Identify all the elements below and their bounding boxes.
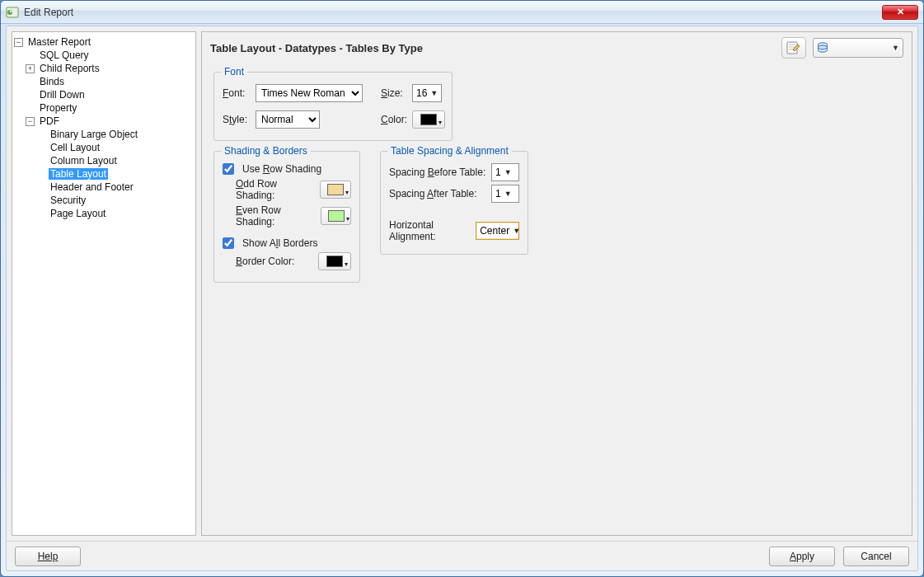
tree-item-binds[interactable]: Binds — [14, 75, 194, 88]
spacing-before-select[interactable]: 1 ▼ — [491, 163, 519, 181]
border-color-label: Border Color: — [236, 256, 294, 267]
spacing-after-select[interactable]: 1 ▼ — [491, 185, 519, 203]
tree-item-sql-query[interactable]: SQL Query — [14, 49, 194, 62]
edit-sheet-button[interactable] — [781, 37, 806, 59]
help-button[interactable]: Help — [15, 547, 81, 566]
chevron-down-icon: ▾ — [345, 189, 349, 196]
cancel-button[interactable]: Cancel — [843, 547, 909, 566]
chevron-down-icon: ▾ — [346, 215, 349, 223]
style-label: Style: — [223, 114, 251, 125]
tree-item-cell-layout[interactable]: Cell Layout — [14, 141, 194, 154]
font-select[interactable]: Times New Roman — [256, 84, 363, 102]
expand-icon[interactable]: + — [26, 64, 35, 73]
odd-row-shading-button[interactable]: ▾ — [320, 181, 351, 199]
shading-borders-group: Shading & Borders Use Row Shading Odd Ro… — [213, 151, 360, 283]
use-row-shading-label: Use Row Shading — [242, 163, 321, 175]
border-color-button[interactable]: ▾ — [318, 252, 351, 270]
page-title: Table Layout - Datatypes - Tables By Typ… — [210, 42, 775, 54]
apply-label: Apply — [790, 551, 814, 562]
even-row-shading-button[interactable]: ▾ — [321, 207, 351, 225]
chevron-down-icon: ▼ — [504, 168, 512, 176]
panes: − Master Report SQL Query — [7, 26, 917, 541]
tree-label: Child Reports — [38, 63, 101, 74]
tree-label: Drill Down — [38, 89, 87, 101]
chevron-down-icon: ▼ — [430, 89, 438, 97]
collapse-icon[interactable]: − — [14, 38, 23, 47]
window: Edit Report ✕ − Master Report — [0, 0, 924, 577]
tree-item-pdf[interactable]: − PDF — [14, 115, 194, 128]
tree-label: Cell Layout — [49, 142, 101, 153]
database-icon — [817, 42, 828, 54]
close-icon: ✕ — [897, 7, 904, 16]
button-bar: Help Apply Cancel — [7, 541, 917, 570]
tree-item-page-layout[interactable]: Page Layout — [14, 207, 194, 220]
tree-label: Binary Large Object — [49, 129, 139, 140]
chevron-down-icon: ▼ — [513, 227, 520, 235]
cancel-label: Cancel — [861, 551, 891, 562]
group-legend: Table Spacing & Alignment — [387, 145, 512, 157]
odd-row-shading-label: Odd Row Shading: — [236, 178, 315, 201]
even-row-shading-label: Even Row Shading: — [236, 204, 316, 228]
tree-label: PDF — [38, 115, 61, 127]
tree-label: Security — [49, 195, 87, 206]
chevron-down-icon: ▼ — [504, 190, 512, 198]
group-legend: Shading & Borders — [221, 145, 311, 157]
tree-label: Master Report — [26, 36, 92, 48]
tree-label: Page Layout — [49, 208, 107, 219]
tree: − Master Report SQL Query — [14, 35, 194, 220]
collapse-icon[interactable]: − — [26, 117, 35, 126]
tree-item-child-reports[interactable]: + Child Reports — [14, 62, 194, 75]
spacing-alignment-group: Table Spacing & Alignment Spacing Before… — [380, 151, 528, 255]
horizontal-alignment-select[interactable]: Center ▼ — [476, 222, 519, 240]
use-row-shading-checkbox[interactable] — [223, 163, 234, 175]
tree-item-binary-large-object[interactable]: Binary Large Object — [14, 128, 194, 141]
size-select[interactable]: 16 ▼ — [412, 84, 442, 102]
color-label: Color: — [381, 114, 407, 125]
tree-label: Property — [38, 102, 78, 114]
window-close-button[interactable]: ✕ — [882, 5, 918, 20]
connection-combo[interactable]: ▼ — [813, 38, 903, 58]
font-color-button[interactable]: ▾ — [412, 110, 445, 129]
right-pane-body: Font Font: Times New Roman — [202, 72, 912, 288]
spacing-before-value: 1 — [495, 167, 501, 178]
help-label: Help — [38, 551, 59, 562]
tree-label: Column Layout — [49, 155, 119, 167]
spacing-after-value: 1 — [495, 188, 501, 199]
tree-pane: − Master Report SQL Query — [12, 31, 196, 536]
tree-item-master-report[interactable]: − Master Report — [14, 35, 194, 49]
tree-label: Table Layout — [49, 168, 108, 180]
font-group: Font Font: Times New Roman — [213, 72, 453, 141]
chevron-down-icon: ▼ — [892, 44, 899, 52]
titlebar: Edit Report ✕ — [1, 1, 923, 24]
tree-item-table-layout[interactable]: Table Layout — [14, 167, 194, 181]
size-value: 16 — [416, 87, 427, 99]
tree-label: SQL Query — [38, 49, 91, 61]
tree-item-security[interactable]: Security — [14, 194, 194, 207]
sheet-pencil-icon — [786, 41, 801, 54]
tree-item-drill-down[interactable]: Drill Down — [14, 88, 194, 101]
chevron-down-icon: ▾ — [439, 119, 442, 126]
client-area: − Master Report SQL Query — [6, 26, 918, 571]
tree-item-header-and-footer[interactable]: Header and Footer — [14, 181, 194, 194]
tree-label: Header and Footer — [49, 181, 135, 193]
right-pane-header: Table Layout - Datatypes - Tables By Typ… — [202, 32, 912, 67]
horizontal-alignment-value: Center — [480, 225, 509, 237]
right-pane: Table Layout - Datatypes - Tables By Typ… — [201, 31, 912, 536]
tree-label: Binds — [38, 76, 66, 87]
chevron-down-icon: ▾ — [345, 260, 348, 268]
font-label: Font: — [223, 87, 251, 99]
app-icon — [6, 6, 19, 19]
apply-button[interactable]: Apply — [769, 547, 835, 566]
size-label: Size: — [381, 87, 407, 99]
group-legend: Font — [221, 66, 247, 77]
tree-item-property[interactable]: Property — [14, 101, 194, 115]
spacing-after-label: Spacing After Table: — [389, 188, 477, 199]
style-select[interactable]: Normal — [256, 110, 320, 129]
horizontal-alignment-label: Horizontal Alignment: — [389, 219, 471, 242]
tree-item-column-layout[interactable]: Column Layout — [14, 154, 194, 167]
spacing-before-label: Spacing Before Table: — [389, 167, 485, 178]
show-all-borders-label: Show All Borders — [242, 237, 317, 249]
window-title: Edit Report — [24, 7, 882, 18]
show-all-borders-checkbox[interactable] — [223, 237, 234, 249]
